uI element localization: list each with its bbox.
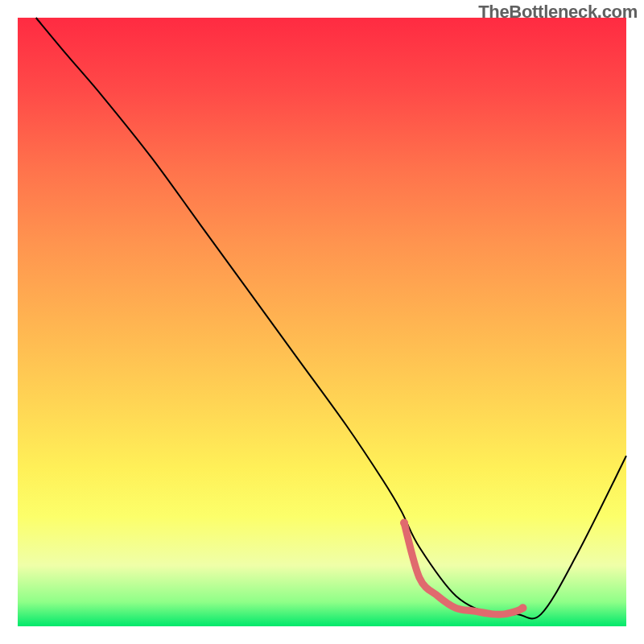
chart-svg <box>18 18 626 626</box>
chart-container: TheBottleneck.com <box>0 0 644 644</box>
optimal-marker-end-dot <box>518 604 526 612</box>
watermark-label: TheBottleneck.com <box>478 2 638 23</box>
chart-plot-area <box>18 18 626 626</box>
optimal-marker-start-dot <box>400 518 408 526</box>
bottleneck-curve-path <box>36 18 626 618</box>
optimal-marker-path <box>404 522 522 614</box>
